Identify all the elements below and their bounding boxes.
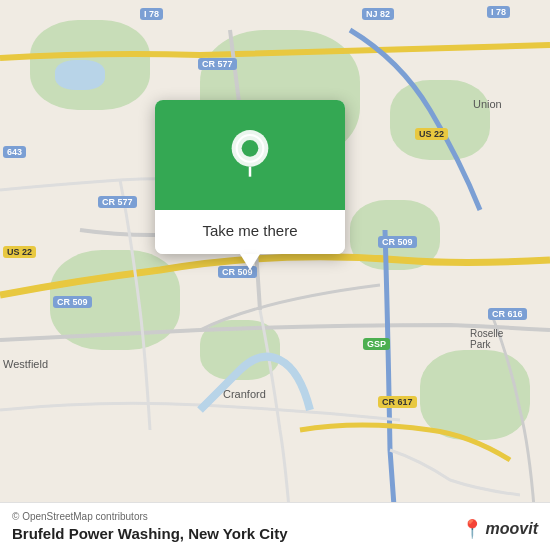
city-label-roselle-park: RosellePark (470, 328, 503, 350)
road-label-nj82: NJ 82 (362, 8, 394, 20)
take-me-there-button[interactable]: Take me there (202, 222, 297, 239)
popup-header (155, 100, 345, 210)
city-label-westfield: Westfield (3, 358, 48, 370)
map-container: I 78 I 78 NJ 82 CR 577 CR 577 US 22 US 2… (0, 0, 550, 550)
road-label-cr577-top: CR 577 (198, 58, 237, 70)
road-label-i78-right: I 78 (487, 6, 510, 18)
bottom-bar: © OpenStreetMap contributors Brufeld Pow… (0, 502, 550, 550)
map-attribution: © OpenStreetMap contributors (12, 511, 538, 522)
road-label-cr577-left: CR 577 (98, 196, 137, 208)
road-network (0, 0, 550, 550)
city-label-union: Union (473, 98, 502, 110)
road-label-cr509-left: CR 509 (53, 296, 92, 308)
road-label-cr616: CR 616 (488, 308, 527, 320)
road-label-643: 643 (3, 146, 26, 158)
popup-card: Take me there (155, 100, 345, 254)
city-label-cranford: Cranford (223, 388, 266, 400)
popup-body: Take me there (155, 210, 345, 254)
road-label-i78: I 78 (140, 8, 163, 20)
road-label-cr617: CR 617 (378, 396, 417, 408)
location-pin-icon (225, 130, 275, 180)
moovit-pin-icon: 📍 (461, 518, 483, 540)
place-name: Brufeld Power Washing, New York City (12, 525, 538, 542)
moovit-logo: 📍 moovit (461, 518, 538, 540)
road-label-us22-left: US 22 (3, 246, 36, 258)
svg-point-1 (242, 140, 259, 157)
road-label-us22-top: US 22 (415, 128, 448, 140)
road-label-cr509-right: CR 509 (378, 236, 417, 248)
road-label-gsp: GSP (363, 338, 390, 350)
moovit-text: moovit (486, 520, 538, 538)
